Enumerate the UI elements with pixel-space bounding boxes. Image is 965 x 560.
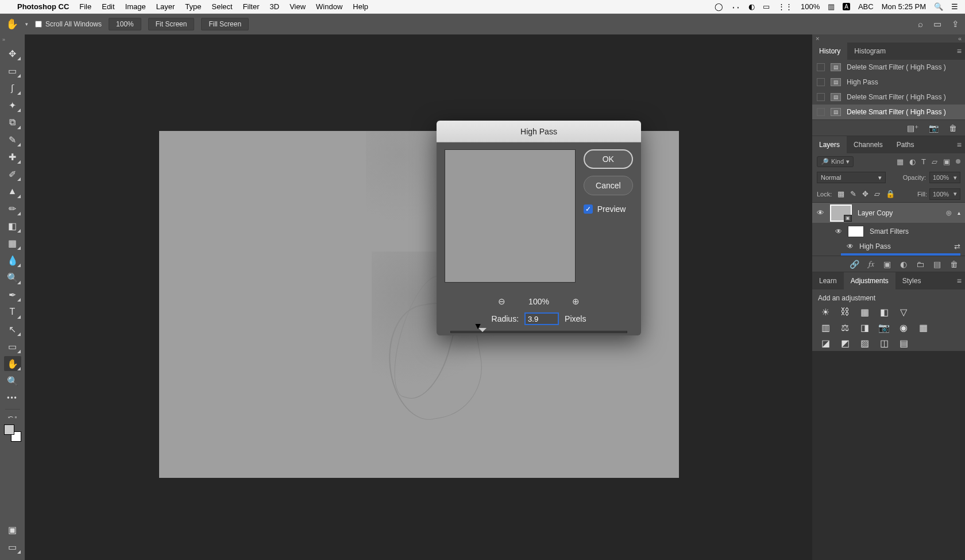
- clone-stamp-tool[interactable]: ▲: [4, 184, 21, 199]
- history-brush-tool[interactable]: ✏: [4, 201, 21, 216]
- vibrance-icon[interactable]: ▽: [897, 307, 910, 318]
- eraser-tool[interactable]: ◧: [4, 218, 21, 233]
- invert-icon[interactable]: ◪: [819, 338, 832, 349]
- layer-visibility-icon[interactable]: 👁: [847, 242, 854, 250]
- layer-thumbnail[interactable]: ▣: [830, 204, 852, 222]
- tab-layers[interactable]: Layers: [812, 136, 847, 153]
- dropbox-icon[interactable]: ⬪⬪: [731, 2, 740, 11]
- menu-filter[interactable]: Filter: [243, 2, 260, 11]
- blend-mode-select[interactable]: Normal ▾: [817, 172, 886, 183]
- filter-shape-icon[interactable]: ▱: [932, 157, 937, 166]
- smart-filter-indicator-icon[interactable]: ◎: [946, 209, 952, 217]
- zoom-out-icon[interactable]: ⊖: [498, 296, 505, 307]
- menu-extras-icon[interactable]: ☰: [951, 2, 958, 11]
- menu-file[interactable]: File: [79, 2, 91, 11]
- creative-cloud-icon[interactable]: ◐: [748, 2, 755, 11]
- lock-transparency-icon[interactable]: ▩: [837, 190, 844, 198]
- eyedropper-tool[interactable]: ✎: [4, 132, 21, 147]
- brightness-contrast-icon[interactable]: ☀: [819, 307, 832, 318]
- color-balance-icon[interactable]: ⚖: [839, 322, 851, 333]
- panel-collapse-icon[interactable]: «: [958, 35, 962, 42]
- radius-slider[interactable]: ▲: [450, 331, 627, 333]
- filter-mask-thumbnail[interactable]: [848, 226, 864, 237]
- history-state-box[interactable]: [817, 108, 825, 116]
- add-mask-icon[interactable]: ▣: [883, 260, 891, 269]
- share-icon[interactable]: ⇪: [952, 19, 959, 29]
- new-layer-icon[interactable]: ▤: [933, 260, 941, 269]
- pen-tool[interactable]: ✒: [4, 287, 21, 302]
- wifi-icon[interactable]: ⋮⋮: [778, 2, 793, 11]
- link-layers-icon[interactable]: 🔗: [850, 260, 859, 269]
- menu-view[interactable]: View: [290, 2, 306, 11]
- clock[interactable]: Mon 5:25 PM: [882, 2, 926, 11]
- history-list[interactable]: ▤ Delete Smart Filter ( High Pass ) ▤ Hi…: [812, 60, 965, 119]
- create-document-from-state-icon[interactable]: ▤⁺: [907, 123, 918, 133]
- photo-filter-icon[interactable]: 📷: [878, 322, 890, 333]
- canvas-area[interactable]: High Pass OK Cancel ✓ Preview ⊖ 100% ⊕: [25, 34, 812, 560]
- fill-screen-button[interactable]: Fill Screen: [201, 18, 249, 30]
- history-item[interactable]: ▤ High Pass: [812, 75, 965, 90]
- history-item[interactable]: ▤ Delete Smart Filter ( High Pass ): [812, 105, 965, 119]
- layer-tree[interactable]: 👁 ▣ Layer Copy ◎ ▴ 👁 Smart Filters 👁 Hig…: [812, 203, 965, 256]
- menu-type[interactable]: Type: [185, 2, 201, 11]
- quick-mask-tool[interactable]: ▣: [4, 522, 21, 537]
- menu-select[interactable]: Select: [211, 2, 232, 11]
- exposure-icon[interactable]: ◧: [878, 307, 890, 318]
- path-select-tool[interactable]: ↖: [4, 322, 21, 337]
- adjustments-panel-menu-icon[interactable]: ≡: [957, 276, 962, 285]
- layer-visibility-icon[interactable]: 👁: [835, 227, 842, 235]
- crop-tool[interactable]: ⧉: [4, 115, 21, 130]
- lock-position-icon[interactable]: ✥: [862, 190, 868, 198]
- lasso-tool[interactable]: ʃ: [4, 80, 21, 95]
- filter-pixel-icon[interactable]: ▦: [897, 157, 904, 166]
- edit-toolbar-button[interactable]: •••: [4, 391, 21, 405]
- cancel-button[interactable]: Cancel: [584, 176, 633, 195]
- shape-tool[interactable]: ▭: [4, 339, 21, 354]
- gradient-map-icon[interactable]: ◫: [878, 338, 890, 349]
- fill-input[interactable]: 100% ▾: [929, 188, 960, 200]
- foreground-color-swatch[interactable]: [4, 424, 14, 435]
- preview-checkbox[interactable]: ✓ Preview: [584, 204, 633, 214]
- layer-name[interactable]: Layer Copy: [858, 209, 940, 217]
- new-group-icon[interactable]: 🗀: [916, 260, 924, 269]
- dodge-tool[interactable]: 🔍: [4, 270, 21, 285]
- new-adjustment-layer-icon[interactable]: ◐: [900, 260, 907, 269]
- lock-artboard-icon[interactable]: ▱: [874, 190, 880, 198]
- input-source-icon[interactable]: A: [843, 3, 850, 10]
- quick-select-tool[interactable]: ✦: [4, 98, 21, 113]
- menu-layer[interactable]: Layer: [156, 2, 175, 11]
- blur-tool[interactable]: 💧: [4, 253, 21, 268]
- layer-filter-kind[interactable]: 🔎 Kind ▾: [817, 156, 854, 167]
- filter-smart-icon[interactable]: ▣: [943, 157, 950, 166]
- zoom-tool[interactable]: 🔍: [4, 373, 21, 388]
- layer-fx-icon[interactable]: 𝑓𝑥: [868, 259, 874, 269]
- ok-button[interactable]: OK: [584, 149, 633, 169]
- hue-sat-icon[interactable]: ▥: [819, 322, 832, 333]
- lock-all-icon[interactable]: 🔒: [886, 190, 895, 198]
- healing-brush-tool[interactable]: ✚: [4, 149, 21, 164]
- app-name[interactable]: Photoshop CC: [17, 2, 69, 11]
- menu-window[interactable]: Window: [316, 2, 342, 11]
- layer-row[interactable]: 👁 ▣ Layer Copy ◎ ▴: [812, 203, 965, 223]
- preview-checkbox-box[interactable]: ✓: [584, 204, 593, 214]
- selective-color-icon[interactable]: ▤: [897, 338, 910, 349]
- zoom-in-icon[interactable]: ⊕: [572, 296, 580, 307]
- tab-adjustments[interactable]: Adjustments: [844, 272, 895, 289]
- airplay-icon[interactable]: ▭: [763, 2, 770, 11]
- filter-blending-options-icon[interactable]: ⇄: [954, 242, 960, 251]
- threshold-icon[interactable]: ▨: [858, 338, 871, 349]
- levels-icon[interactable]: ⛓: [839, 307, 851, 318]
- smart-filters-row[interactable]: 👁 Smart Filters: [812, 223, 965, 240]
- move-tool[interactable]: ✥: [4, 46, 21, 61]
- curves-icon[interactable]: ▦: [858, 307, 871, 318]
- layer-visibility-icon[interactable]: 👁: [817, 208, 824, 217]
- status-app-icon[interactable]: ◯: [715, 2, 723, 11]
- filter-adjustment-icon[interactable]: ◐: [909, 157, 916, 166]
- filter-toggle-icon[interactable]: [956, 159, 960, 164]
- radius-slider-thumb[interactable]: ▲: [478, 328, 487, 335]
- zoom-level-button[interactable]: 100%: [109, 18, 141, 30]
- tab-styles[interactable]: Styles: [895, 272, 928, 289]
- menu-3d[interactable]: 3D: [270, 2, 280, 11]
- toolbox-expand-icon[interactable]: »: [0, 37, 25, 45]
- snapshot-icon[interactable]: 📷: [929, 123, 939, 133]
